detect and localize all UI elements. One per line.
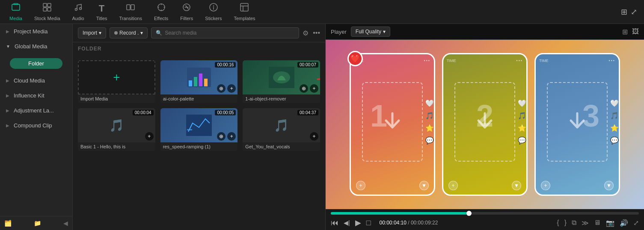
media-card-basic1[interactable]: 🎵 00:00:04 + Basic 1 - Hello, this is — [78, 108, 155, 151]
media-card-ai-object[interactable]: 00:00:07 ⊕ + 1-ai-object-remover — [243, 60, 320, 103]
step-back-button[interactable]: ◀| — [344, 219, 350, 226]
card-action-icon-2[interactable]: + — [227, 84, 236, 93]
stop-button[interactable]: □ — [366, 218, 371, 227]
download-arrow-icon-2 — [474, 111, 496, 133]
nav-templates[interactable]: Templates — [228, 1, 261, 23]
import-label: Import — [83, 30, 97, 36]
phone-drop-zone-2 — [454, 82, 515, 161]
card-action-icon-obj-2[interactable]: + — [310, 84, 318, 93]
record-button[interactable]: Record . ▾ — [110, 27, 148, 38]
thumb-ai-object: 00:00:07 ⊕ + — [243, 60, 320, 94]
sidebar-item-cloud-media[interactable]: ▶ Cloud Media — [0, 73, 72, 88]
search-input[interactable] — [165, 30, 294, 36]
svg-rect-17 — [204, 79, 208, 86]
nav-stock-media[interactable]: Stock Media — [28, 1, 66, 23]
top-right-icons: ⊞ ⤢ — [621, 7, 637, 17]
import-dropdown-icon: ▾ — [99, 30, 101, 36]
chevron-right-icon: ▶ — [6, 93, 9, 98]
chat-side-icon: 💬 — [425, 136, 434, 144]
phone-down-btn-3[interactable]: ▼ — [604, 181, 614, 190]
star-side-icon-2: ⭐ — [518, 124, 526, 132]
card-action-icon-gy[interactable]: + — [310, 132, 318, 141]
quality-label: Full Quality — [356, 29, 381, 35]
thumb-ai-color: 00:00:16 ⊕ + — [160, 60, 238, 94]
card-action-icon-sp-1[interactable]: ⊕ — [217, 132, 226, 141]
sidebar-item-compound-clip[interactable]: ▶ Compound Clip — [0, 118, 72, 133]
mark-in-icon[interactable]: { — [557, 219, 559, 227]
nav-audio[interactable]: Audio — [66, 1, 90, 23]
grid-icon[interactable]: ⊞ — [622, 28, 628, 36]
media-card-ai-color[interactable]: 00:00:16 ⊕ + ai-color-palette — [160, 60, 238, 103]
svg-rect-21 — [186, 115, 212, 136]
card-actions: ⊕ + — [217, 84, 236, 93]
svg-rect-5 — [47, 8, 51, 11]
phone-down-btn-1[interactable]: ▼ — [419, 181, 429, 190]
phone-card-1: ❤️ TIME ••• 🤍 🎵 ⭐ 💬 — [350, 53, 435, 196]
card-action-icon-sp-2[interactable]: + — [227, 132, 236, 141]
nav-transitions[interactable]: Transitions — [113, 1, 148, 23]
sidebar-folder-button[interactable]: Folder — [10, 58, 62, 69]
more-player-icon[interactable]: ⤢ — [633, 219, 639, 227]
grid-view-icon[interactable]: ⊞ — [621, 7, 627, 17]
transitions-icon — [126, 3, 135, 14]
progress-bar[interactable] — [331, 212, 639, 215]
sidebar-item-adjustment-la[interactable]: ▶ Adjustment La... — [0, 103, 72, 118]
phone-add-btn-3[interactable]: + — [541, 181, 550, 190]
nav-effects[interactable]: Effects — [148, 1, 174, 23]
add-folder-icon[interactable]: 🗂️ — [4, 220, 12, 227]
sidebar-item-label: Project Media — [14, 28, 47, 35]
collapse-sidebar-icon[interactable]: ◀ — [63, 220, 68, 227]
phone-add-btn-2[interactable]: + — [448, 181, 458, 190]
sidebar-item-project-media[interactable]: ▶ Project Media — [0, 24, 72, 39]
thumb-speed-ramp: 00:00:05 ⊕ + — [160, 108, 238, 142]
next-frame-icon[interactable]: ≫ — [582, 219, 589, 227]
monitor-icon[interactable]: 🖥 — [594, 219, 601, 227]
sidebar-item-global-media[interactable]: ▼ Global Media — [0, 39, 72, 54]
image-icon[interactable]: 🖼 — [632, 28, 639, 36]
mark-out-icon[interactable]: } — [564, 219, 567, 227]
sidebar-item-influence-kit[interactable]: ▶ Influence Kit — [0, 88, 72, 103]
progress-fill — [331, 212, 469, 215]
folder-icon[interactable]: 📁 — [34, 220, 41, 227]
play-button[interactable]: ▶ — [355, 218, 361, 227]
svg-rect-2 — [43, 3, 47, 7]
nav-titles[interactable]: T Titles — [90, 1, 113, 23]
media-card-speed-ramp[interactable]: 00:00:05 ⊕ + res_speed-ramping (1) — [160, 108, 238, 151]
player-right-controls: { } ⧉ ≫ 🖥 📷 🔊 ⤢ — [557, 219, 639, 227]
sidebar: ▶ Project Media ▼ Global Media Folder ▶ … — [0, 24, 73, 230]
media-icon — [11, 3, 21, 14]
sidebar-item-label: Influence Kit — [14, 92, 45, 99]
more-options-icon[interactable]: ••• — [313, 29, 320, 37]
card-action-icon-1[interactable]: ⊕ — [217, 84, 226, 93]
media-card-get-you[interactable]: 🎵 00:04:37 + Get_You_feat_vocals — [243, 108, 320, 151]
phone-add-btn-1[interactable]: + — [356, 181, 365, 190]
card-label-ai-object: 1-ai-object-remover — [243, 94, 320, 103]
phone-down-btn-2[interactable]: ▼ — [512, 181, 521, 190]
svg-rect-15 — [194, 77, 197, 86]
nav-media[interactable]: Media — [3, 1, 28, 23]
heart-side-icon-2: 🤍 — [518, 99, 526, 107]
card-label-basic1: Basic 1 - Hello, this is — [78, 142, 155, 151]
media-card-import[interactable]: + Import Media — [78, 60, 155, 103]
fullscreen-icon[interactable]: ⤢ — [631, 7, 637, 17]
card-action-icon-obj-1[interactable]: ⊕ — [300, 84, 308, 93]
main-area: ▶ Project Media ▼ Global Media Folder ▶ … — [0, 24, 644, 230]
player-area: Player Full Quality ▾ ⊞ 🖼 ❤️ TIME ••• — [325, 24, 644, 230]
duration-badge-get-you: 00:04:37 — [297, 110, 318, 115]
volume-icon[interactable]: 🔊 — [620, 219, 628, 227]
split-icon[interactable]: ⧉ — [572, 219, 576, 227]
time-total: 00:00:09:22 — [411, 220, 438, 226]
rewind-button[interactable]: ⏮ — [331, 218, 338, 227]
filter-icon[interactable]: ⚙ — [303, 29, 309, 37]
star-side-icon: ⭐ — [425, 124, 434, 132]
player-controls: ⏮ ◀| ▶ □ 00:00:04:10 / 00:00:09:22 { } ⧉… — [326, 209, 644, 230]
nav-filters[interactable]: Filters — [174, 1, 199, 23]
import-button[interactable]: Import ▾ — [78, 27, 106, 38]
player-quality-dropdown[interactable]: Full Quality ▾ — [351, 27, 390, 37]
download-arrow-icon-3 — [567, 111, 588, 133]
phone-card-2: TIME ••• 🤍 🎵 ⭐ 💬 — [442, 53, 528, 196]
card-action-icon-b1[interactable]: + — [145, 132, 154, 141]
nav-stickers[interactable]: Stickers — [199, 1, 228, 23]
sidebar-item-label: Compound Clip — [14, 122, 52, 129]
snapshot-icon[interactable]: 📷 — [606, 219, 614, 227]
